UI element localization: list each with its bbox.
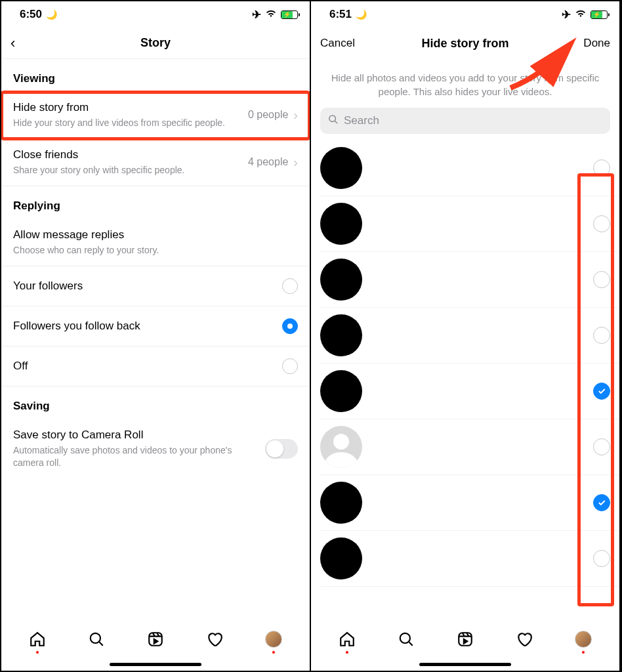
- hide-story-from-row[interactable]: Hide story from Hide your story and live…: [1, 92, 310, 139]
- user-row[interactable]: [320, 140, 619, 196]
- search-placeholder: Search: [344, 114, 379, 127]
- tab-search[interactable]: [83, 626, 110, 652]
- checkbox-checked-icon[interactable]: [593, 383, 610, 400]
- row-value: 0 people: [248, 109, 288, 121]
- tab-activity[interactable]: [201, 626, 228, 652]
- airplane-mode-icon: ✈: [562, 8, 571, 22]
- user-row[interactable]: [320, 475, 619, 531]
- checkbox-unchecked-icon[interactable]: [593, 215, 610, 232]
- section-saving: Saving: [1, 387, 310, 419]
- screen-description: Hide all photos and videos you add to yo…: [311, 59, 619, 108]
- tab-home[interactable]: [334, 626, 360, 652]
- checkbox-unchecked-icon[interactable]: [593, 327, 610, 344]
- checkbox-checked-icon[interactable]: [593, 494, 610, 511]
- avatar-icon: [575, 631, 592, 648]
- user-avatar: [320, 259, 362, 301]
- chevron-right-icon: ›: [293, 108, 298, 123]
- back-button[interactable]: ‹: [10, 35, 56, 52]
- user-avatar: [320, 482, 362, 524]
- tab-search[interactable]: [393, 626, 419, 652]
- settings-content: Viewing Hide story from Hide your story …: [1, 59, 310, 621]
- wifi-icon: [575, 8, 587, 21]
- tab-home[interactable]: [24, 626, 51, 652]
- airplane-mode-icon: ✈: [252, 8, 261, 22]
- user-avatar: [320, 370, 362, 412]
- user-row[interactable]: [320, 308, 619, 364]
- svg-point-2: [329, 116, 335, 121]
- close-friends-row[interactable]: Close friends Share your story only with…: [1, 139, 310, 186]
- row-title: Hide story from: [13, 101, 241, 114]
- status-time: 6:51: [329, 8, 352, 21]
- row-subtitle: Hide your story and live videos from spe…: [13, 117, 241, 129]
- hide-story-from-screen: 6:51 🌙 ✈ ⚡ Cancel Hide story from Done H…: [311, 1, 621, 671]
- save-to-camera-roll-row[interactable]: Save story to Camera Roll Automatically …: [1, 419, 310, 478]
- radio-icon: [282, 358, 298, 374]
- row-value: 4 people: [248, 156, 288, 168]
- battery-icon: ⚡: [591, 10, 608, 19]
- checkbox-unchecked-icon[interactable]: [593, 550, 610, 567]
- user-avatar: [320, 314, 362, 356]
- user-row[interactable]: [320, 419, 619, 475]
- user-row[interactable]: [320, 252, 619, 308]
- tab-profile[interactable]: [260, 626, 287, 652]
- nav-header: Cancel Hide story from Done: [311, 28, 619, 59]
- user-avatar: [320, 203, 362, 245]
- svg-point-4: [400, 633, 410, 643]
- user-row[interactable]: [320, 196, 619, 252]
- user-avatar: [320, 147, 362, 189]
- svg-point-0: [91, 633, 100, 643]
- svg-point-3: [333, 434, 349, 450]
- svg-rect-1: [149, 633, 162, 646]
- tab-reels[interactable]: [142, 626, 169, 652]
- avatar-icon: [265, 631, 282, 648]
- row-title: Close friends: [13, 148, 241, 161]
- row-subtitle: Choose who can reply to your story.: [13, 244, 291, 257]
- section-viewing: Viewing: [1, 59, 310, 92]
- row-subtitle: Share your story only with specific peop…: [13, 164, 241, 177]
- wifi-icon: [265, 8, 277, 21]
- home-indicator[interactable]: [311, 658, 619, 671]
- reply-option-off[interactable]: Off: [1, 346, 310, 387]
- row-title: Save story to Camera Roll: [13, 429, 259, 442]
- status-bar: 6:51 🌙 ✈ ⚡: [311, 1, 619, 28]
- chevron-right-icon: ›: [293, 155, 298, 170]
- tab-activity[interactable]: [511, 626, 537, 652]
- svg-rect-5: [459, 633, 472, 646]
- allow-replies-row: Allow message replies Choose who can rep…: [1, 219, 310, 266]
- radio-icon: [282, 278, 298, 294]
- user-list: [311, 140, 619, 587]
- checkbox-unchecked-icon[interactable]: [593, 159, 610, 177]
- hide-content: Hide all photos and videos you add to yo…: [311, 59, 619, 621]
- checkbox-unchecked-icon[interactable]: [593, 271, 610, 288]
- status-bar: 6:50 🌙 ✈ ⚡: [1, 1, 310, 28]
- home-indicator[interactable]: [1, 658, 310, 671]
- reply-option-followers[interactable]: Your followers: [1, 266, 310, 306]
- search-input[interactable]: Search: [320, 108, 610, 134]
- user-row[interactable]: [320, 531, 619, 587]
- tab-bar: [1, 621, 310, 658]
- tab-bar: [311, 621, 619, 658]
- row-title: Allow message replies: [13, 228, 291, 242]
- page-title: Story: [140, 36, 171, 50]
- done-button[interactable]: Done: [564, 37, 610, 50]
- radio-icon: [282, 318, 298, 334]
- tab-reels[interactable]: [452, 626, 478, 652]
- do-not-disturb-icon: 🌙: [46, 9, 57, 20]
- user-avatar: [320, 537, 362, 579]
- story-settings-screen: 6:50 🌙 ✈ ⚡ ‹ Story Viewing Hide story fr…: [1, 1, 311, 671]
- search-icon: [328, 114, 339, 127]
- do-not-disturb-icon: 🌙: [356, 9, 367, 20]
- battery-icon: ⚡: [281, 10, 298, 19]
- reply-option-followback[interactable]: Followers you follow back: [1, 306, 310, 346]
- status-time: 6:50: [20, 8, 42, 21]
- section-replying: Replying: [1, 186, 310, 219]
- page-title: Hide story from: [421, 37, 508, 51]
- cancel-button[interactable]: Cancel: [320, 37, 366, 50]
- nav-header: ‹ Story: [1, 28, 310, 59]
- row-subtitle: Automatically save photos and videos to …: [13, 444, 259, 469]
- toggle-switch[interactable]: [265, 439, 298, 459]
- user-avatar: [320, 426, 362, 468]
- tab-profile[interactable]: [570, 626, 596, 652]
- checkbox-unchecked-icon[interactable]: [593, 438, 610, 455]
- user-row[interactable]: [320, 364, 619, 419]
